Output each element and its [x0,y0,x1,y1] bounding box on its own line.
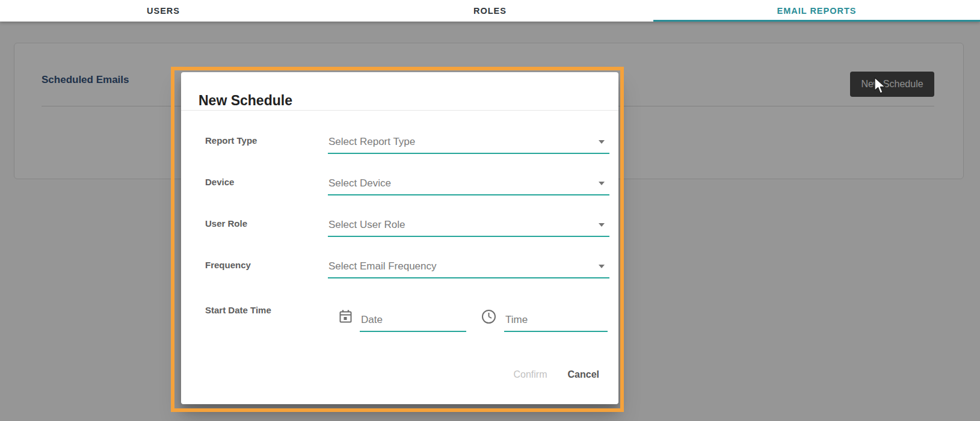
tab-users-label: USERS [147,6,180,16]
start-datetime-label: Start Date Time [205,300,271,321]
user-role-select[interactable]: Select User Role [328,213,609,237]
dialog-title-divider [181,110,618,111]
start-datetime-row: Start Date Time Date Time [181,298,618,334]
active-tab-indicator [653,20,980,22]
dialog-actions: Confirm Cancel [514,369,599,380]
dialog-title: New Schedule [199,93,292,109]
calendar-icon[interactable] [339,309,353,326]
report-type-label: Report Type [205,130,257,152]
time-input-placeholder: Time [505,314,528,326]
user-role-row: User Role Select User Role [181,213,618,237]
device-select[interactable]: Select Device [328,171,609,195]
tab-bar: USERS ROLES EMAIL REPORTS [0,0,980,22]
device-row: Device Select Device [181,171,618,195]
chevron-down-icon [599,223,605,227]
frequency-row: Frequency Select Email Frequency [181,254,618,278]
tab-users[interactable]: USERS [0,0,327,22]
frequency-select[interactable]: Select Email Frequency [328,254,609,278]
chevron-down-icon [599,182,605,185]
user-role-label: User Role [205,213,247,235]
report-type-row: Report Type Select Report Type [181,130,618,154]
clock-icon[interactable] [481,309,496,327]
frequency-label: Frequency [205,254,251,276]
device-label: Device [205,171,234,193]
new-schedule-dialog: New Schedule Report Type Select Report T… [181,72,618,404]
date-input-placeholder: Date [361,314,383,326]
time-input[interactable]: Time [504,306,608,332]
frequency-placeholder: Select Email Frequency [328,254,437,278]
confirm-button[interactable]: Confirm [514,369,547,380]
chevron-down-icon [599,140,605,144]
chevron-down-icon [599,265,605,268]
tab-email-reports[interactable]: EMAIL REPORTS [653,0,980,22]
user-role-placeholder: Select User Role [328,213,405,237]
tab-roles-label: ROLES [473,6,507,16]
date-input[interactable]: Date [360,306,466,332]
report-type-select[interactable]: Select Report Type [328,130,609,154]
device-placeholder: Select Device [328,171,391,195]
tab-email-reports-label: EMAIL REPORTS [777,6,857,16]
cancel-button[interactable]: Cancel [568,369,599,380]
tab-roles[interactable]: ROLES [327,0,653,22]
report-type-placeholder: Select Report Type [328,130,415,154]
